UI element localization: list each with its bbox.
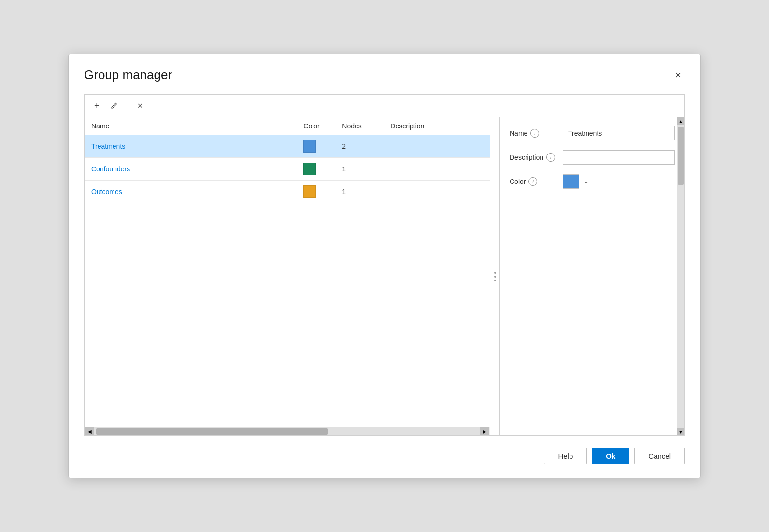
- col-header-color: Color: [297, 117, 335, 135]
- scroll-thumb[interactable]: [96, 428, 328, 435]
- v-scroll-thumb[interactable]: [678, 127, 684, 185]
- vertical-scrollbar: ▲ ▼: [677, 117, 684, 435]
- description-label: Description i: [510, 153, 558, 162]
- color-label: Color i: [510, 177, 558, 186]
- scroll-down-button[interactable]: ▼: [677, 428, 684, 435]
- col-header-name: Name: [85, 117, 297, 135]
- close-button[interactable]: ×: [671, 68, 685, 83]
- row-name: Treatments: [85, 135, 297, 157]
- column-resize-handle[interactable]: [490, 117, 500, 435]
- ok-button[interactable]: Ok: [592, 448, 629, 464]
- scroll-right-button[interactable]: ▶: [480, 427, 489, 436]
- color-picker: ⌄: [563, 174, 591, 189]
- group-manager-dialog: Group manager × + × Name Color Nodes: [68, 54, 701, 478]
- row-nodes: 1: [335, 181, 384, 203]
- row-color: [297, 135, 335, 157]
- color-preview-swatch[interactable]: [563, 174, 579, 189]
- col-header-description: Description: [384, 117, 490, 135]
- toolbar-divider: [128, 100, 128, 111]
- name-label: Name i: [510, 129, 558, 138]
- row-color: [297, 158, 335, 180]
- description-info-icon[interactable]: i: [546, 153, 555, 162]
- color-swatch: [303, 185, 316, 198]
- properties-section: Name i Description i Color: [500, 117, 684, 435]
- row-name: Outcomes: [85, 181, 297, 203]
- scroll-left-button[interactable]: ◀: [85, 427, 94, 436]
- add-button[interactable]: +: [91, 99, 102, 112]
- name-property-row: Name i: [510, 126, 675, 140]
- name-info-icon[interactable]: i: [530, 129, 539, 138]
- color-swatch: [303, 163, 316, 175]
- table-header: Name Color Nodes Description: [85, 117, 490, 135]
- table-body: Treatments 2 Confounders 1: [85, 135, 490, 427]
- scroll-up-button[interactable]: ▲: [677, 117, 684, 125]
- name-input[interactable]: [563, 126, 675, 140]
- cancel-button[interactable]: Cancel: [634, 448, 685, 464]
- dialog-title: Group manager: [84, 68, 172, 83]
- horizontal-scrollbar: ◀ ▶: [85, 427, 490, 435]
- table-row[interactable]: Confounders 1: [85, 158, 490, 181]
- table-row[interactable]: Treatments 2: [85, 135, 490, 158]
- row-name: Confounders: [85, 158, 297, 180]
- dialog-footer: Help Ok Cancel: [84, 446, 685, 464]
- description-input[interactable]: [563, 150, 675, 165]
- table-section: Name Color Nodes Description Treatments …: [85, 117, 490, 435]
- row-color: [297, 181, 335, 203]
- row-nodes: 2: [335, 135, 384, 157]
- description-property-row: Description i: [510, 150, 675, 165]
- delete-button[interactable]: ×: [135, 99, 146, 112]
- content-area: Name Color Nodes Description Treatments …: [85, 117, 684, 435]
- dialog-body: + × Name Color Nodes Description: [84, 94, 685, 436]
- table-row[interactable]: Outcomes 1: [85, 181, 490, 203]
- dialog-header: Group manager ×: [84, 68, 685, 83]
- v-scroll-track: [677, 125, 684, 428]
- color-info-icon[interactable]: i: [528, 177, 537, 186]
- row-description: [384, 181, 490, 203]
- col-header-nodes: Nodes: [335, 117, 384, 135]
- color-dropdown-button[interactable]: ⌄: [582, 177, 591, 186]
- toolbar: + ×: [85, 95, 684, 117]
- edit-button[interactable]: [107, 100, 121, 112]
- scroll-track: [94, 427, 480, 436]
- help-button[interactable]: Help: [544, 448, 587, 464]
- color-property-row: Color i ⌄: [510, 174, 675, 189]
- row-description: [384, 158, 490, 180]
- row-description: [384, 135, 490, 157]
- row-nodes: 1: [335, 158, 384, 180]
- color-swatch: [303, 140, 316, 153]
